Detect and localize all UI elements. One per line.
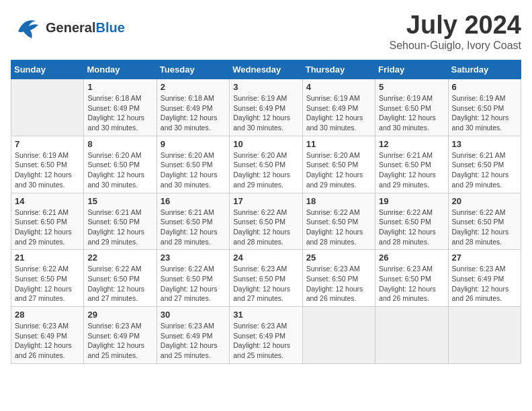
calendar-header-friday: Friday <box>375 60 448 79</box>
day-info: Sunrise: 6:23 AM Sunset: 6:50 PM Dayligh… <box>306 264 371 304</box>
day-info: Sunrise: 6:23 AM Sunset: 6:49 PM Dayligh… <box>161 321 226 361</box>
calendar-cell: 26Sunrise: 6:23 AM Sunset: 6:50 PM Dayli… <box>375 250 448 307</box>
day-info: Sunrise: 6:22 AM Sunset: 6:50 PM Dayligh… <box>306 208 371 247</box>
day-number: 1 <box>87 82 152 92</box>
day-info: Sunrise: 6:19 AM Sunset: 6:50 PM Dayligh… <box>15 150 80 190</box>
day-number: 4 <box>306 82 371 92</box>
day-number: 24 <box>233 253 298 263</box>
day-number: 20 <box>452 196 517 206</box>
calendar-week-row: 28Sunrise: 6:23 AM Sunset: 6:49 PM Dayli… <box>11 307 521 364</box>
calendar-cell: 5Sunrise: 6:19 AM Sunset: 6:50 PM Daylig… <box>375 79 448 136</box>
calendar-cell <box>302 307 375 364</box>
day-info: Sunrise: 6:20 AM Sunset: 6:50 PM Dayligh… <box>161 150 226 190</box>
logo: GeneralBlue <box>11 11 125 44</box>
day-number: 8 <box>87 139 152 149</box>
calendar-cell: 14Sunrise: 6:21 AM Sunset: 6:50 PM Dayli… <box>11 193 84 250</box>
calendar-cell: 21Sunrise: 6:22 AM Sunset: 6:50 PM Dayli… <box>11 250 84 307</box>
day-number: 22 <box>87 253 152 263</box>
day-info: Sunrise: 6:20 AM Sunset: 6:50 PM Dayligh… <box>306 150 371 190</box>
logo-bird-icon <box>11 11 44 44</box>
calendar-cell: 7Sunrise: 6:19 AM Sunset: 6:50 PM Daylig… <box>11 136 84 193</box>
logo-general-text: GeneralBlue <box>46 20 125 36</box>
day-info: Sunrise: 6:20 AM Sunset: 6:50 PM Dayligh… <box>233 150 298 190</box>
calendar-cell: 17Sunrise: 6:22 AM Sunset: 6:50 PM Dayli… <box>230 193 302 250</box>
day-info: Sunrise: 6:23 AM Sunset: 6:49 PM Dayligh… <box>87 321 152 361</box>
calendar-cell: 31Sunrise: 6:23 AM Sunset: 6:49 PM Dayli… <box>230 307 302 364</box>
day-number: 9 <box>161 139 226 149</box>
calendar-cell: 19Sunrise: 6:22 AM Sunset: 6:50 PM Dayli… <box>375 193 448 250</box>
logo-blue-text: Blue <box>95 20 124 35</box>
calendar-header-tuesday: Tuesday <box>157 60 229 79</box>
day-info: Sunrise: 6:21 AM Sunset: 6:50 PM Dayligh… <box>87 208 152 247</box>
day-info: Sunrise: 6:23 AM Sunset: 6:49 PM Dayligh… <box>233 321 298 361</box>
calendar-cell: 20Sunrise: 6:22 AM Sunset: 6:50 PM Dayli… <box>448 193 521 250</box>
calendar-cell: 11Sunrise: 6:20 AM Sunset: 6:50 PM Dayli… <box>302 136 375 193</box>
calendar-cell <box>11 79 84 136</box>
day-number: 21 <box>15 253 80 263</box>
title-section: July 2024 Sehoun-Guiglo, Ivory Coast <box>389 11 521 52</box>
day-info: Sunrise: 6:21 AM Sunset: 6:50 PM Dayligh… <box>161 208 226 247</box>
calendar-cell <box>448 307 521 364</box>
day-info: Sunrise: 6:18 AM Sunset: 6:49 PM Dayligh… <box>161 93 226 133</box>
calendar-header-wednesday: Wednesday <box>230 60 302 79</box>
calendar-cell: 30Sunrise: 6:23 AM Sunset: 6:49 PM Dayli… <box>157 307 229 364</box>
day-number: 11 <box>306 139 371 149</box>
calendar-cell <box>375 307 448 364</box>
day-number: 29 <box>87 310 152 320</box>
calendar-cell: 4Sunrise: 6:19 AM Sunset: 6:49 PM Daylig… <box>302 79 375 136</box>
subtitle: Sehoun-Guiglo, Ivory Coast <box>389 40 521 52</box>
day-number: 13 <box>452 139 517 149</box>
day-info: Sunrise: 6:22 AM Sunset: 6:50 PM Dayligh… <box>233 208 298 247</box>
day-number: 15 <box>87 196 152 206</box>
calendar-cell: 9Sunrise: 6:20 AM Sunset: 6:50 PM Daylig… <box>157 136 229 193</box>
day-info: Sunrise: 6:22 AM Sunset: 6:50 PM Dayligh… <box>15 264 80 304</box>
calendar-cell: 12Sunrise: 6:21 AM Sunset: 6:50 PM Dayli… <box>375 136 448 193</box>
day-info: Sunrise: 6:22 AM Sunset: 6:50 PM Dayligh… <box>379 208 444 247</box>
calendar-cell: 2Sunrise: 6:18 AM Sunset: 6:49 PM Daylig… <box>157 79 229 136</box>
calendar-cell: 24Sunrise: 6:23 AM Sunset: 6:50 PM Dayli… <box>230 250 302 307</box>
day-info: Sunrise: 6:19 AM Sunset: 6:49 PM Dayligh… <box>306 93 371 133</box>
day-info: Sunrise: 6:18 AM Sunset: 6:49 PM Dayligh… <box>87 93 152 133</box>
calendar-cell: 10Sunrise: 6:20 AM Sunset: 6:50 PM Dayli… <box>230 136 302 193</box>
day-info: Sunrise: 6:19 AM Sunset: 6:50 PM Dayligh… <box>379 93 444 133</box>
calendar-header-row: SundayMondayTuesdayWednesdayThursdayFrid… <box>11 60 521 79</box>
day-info: Sunrise: 6:21 AM Sunset: 6:50 PM Dayligh… <box>379 150 444 190</box>
calendar-cell: 18Sunrise: 6:22 AM Sunset: 6:50 PM Dayli… <box>302 193 375 250</box>
day-number: 14 <box>15 196 80 206</box>
day-info: Sunrise: 6:23 AM Sunset: 6:50 PM Dayligh… <box>233 264 298 304</box>
day-number: 10 <box>233 139 298 149</box>
calendar-cell: 22Sunrise: 6:22 AM Sunset: 6:50 PM Dayli… <box>84 250 157 307</box>
calendar-table: SundayMondayTuesdayWednesdayThursdayFrid… <box>11 60 521 364</box>
day-info: Sunrise: 6:23 AM Sunset: 6:49 PM Dayligh… <box>15 321 80 361</box>
calendar-header-monday: Monday <box>84 60 157 79</box>
calendar-cell: 23Sunrise: 6:22 AM Sunset: 6:50 PM Dayli… <box>157 250 229 307</box>
day-number: 25 <box>306 253 371 263</box>
calendar-cell: 1Sunrise: 6:18 AM Sunset: 6:49 PM Daylig… <box>84 79 157 136</box>
day-number: 5 <box>379 82 444 92</box>
calendar-week-row: 21Sunrise: 6:22 AM Sunset: 6:50 PM Dayli… <box>11 250 521 307</box>
day-info: Sunrise: 6:19 AM Sunset: 6:49 PM Dayligh… <box>233 93 298 133</box>
calendar-cell: 25Sunrise: 6:23 AM Sunset: 6:50 PM Dayli… <box>302 250 375 307</box>
day-number: 26 <box>379 253 444 263</box>
day-info: Sunrise: 6:23 AM Sunset: 6:49 PM Dayligh… <box>452 264 517 304</box>
day-number: 18 <box>306 196 371 206</box>
day-info: Sunrise: 6:20 AM Sunset: 6:50 PM Dayligh… <box>87 150 152 190</box>
calendar-cell: 29Sunrise: 6:23 AM Sunset: 6:49 PM Dayli… <box>84 307 157 364</box>
calendar-cell: 28Sunrise: 6:23 AM Sunset: 6:49 PM Dayli… <box>11 307 84 364</box>
day-info: Sunrise: 6:22 AM Sunset: 6:50 PM Dayligh… <box>452 208 517 247</box>
calendar-week-row: 7Sunrise: 6:19 AM Sunset: 6:50 PM Daylig… <box>11 136 521 193</box>
day-number: 7 <box>15 139 80 149</box>
calendar-cell: 13Sunrise: 6:21 AM Sunset: 6:50 PM Dayli… <box>448 136 521 193</box>
day-number: 19 <box>379 196 444 206</box>
day-number: 12 <box>379 139 444 149</box>
calendar-cell: 16Sunrise: 6:21 AM Sunset: 6:50 PM Dayli… <box>157 193 229 250</box>
calendar-cell: 3Sunrise: 6:19 AM Sunset: 6:49 PM Daylig… <box>230 79 302 136</box>
day-info: Sunrise: 6:22 AM Sunset: 6:50 PM Dayligh… <box>87 264 152 304</box>
day-info: Sunrise: 6:21 AM Sunset: 6:50 PM Dayligh… <box>452 150 517 190</box>
day-number: 3 <box>233 82 298 92</box>
calendar-cell: 27Sunrise: 6:23 AM Sunset: 6:49 PM Dayli… <box>448 250 521 307</box>
day-number: 6 <box>452 82 517 92</box>
day-number: 17 <box>233 196 298 206</box>
day-number: 30 <box>161 310 226 320</box>
day-number: 23 <box>161 253 226 263</box>
